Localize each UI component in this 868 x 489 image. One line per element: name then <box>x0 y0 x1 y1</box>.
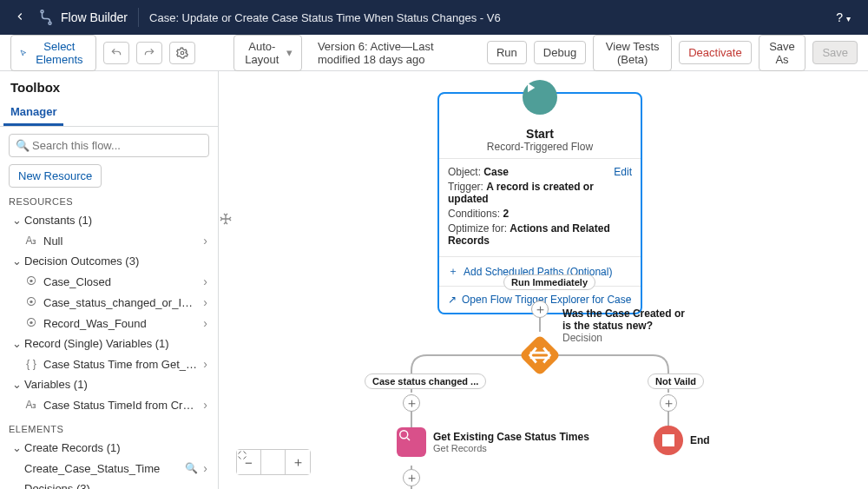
edit-link[interactable]: Edit <box>614 166 632 178</box>
zoom-controls: − ＋ <box>236 449 311 475</box>
header-divider <box>138 8 139 27</box>
tab-manager[interactable]: Manager <box>3 98 63 126</box>
search-input[interactable] <box>9 134 209 157</box>
resources-heading: RESOURCES <box>9 196 209 207</box>
resource-null[interactable]: A₃Null› <box>23 230 209 251</box>
svg-point-1 <box>49 22 51 24</box>
flow-icon <box>38 10 54 25</box>
redo-icon <box>143 47 155 59</box>
add-element-button[interactable]: ＋ <box>660 394 677 412</box>
group-decision-outcomes[interactable]: ⌄Decision Outcomes (3) <box>9 251 209 271</box>
group-variables[interactable]: ⌄Variables (1) <box>9 374 209 394</box>
branch-right-label: Not Vaild <box>648 373 704 389</box>
elements-heading: ELEMENTS <box>9 424 209 434</box>
flow-canvas[interactable]: Start Record-Triggered Flow Edit Object:… <box>219 71 868 489</box>
product-name: Flow Builder <box>61 10 128 24</box>
recordvar-case-status-time[interactable]: { }Case Status Time from Get_Existi...› <box>23 354 209 374</box>
decision-icon <box>525 340 555 370</box>
select-elements-button[interactable]: Select Elements <box>10 35 96 71</box>
toolbox-title: Toolbox <box>0 71 218 98</box>
cursor-icon <box>219 212 233 226</box>
run-immediately-label: Run Immediately <box>503 274 595 290</box>
element-create-case-status-time[interactable]: Create_Case_Status_Time🔍› <box>23 458 209 479</box>
new-resource-button[interactable]: New Resource <box>9 164 102 188</box>
layout-mode-select[interactable]: Auto-Layout ▾ <box>233 35 302 71</box>
plus-icon: ＋ <box>448 264 458 279</box>
app-header: Flow Builder Case: Update or Create Case… <box>0 0 868 35</box>
run-button[interactable]: Run <box>487 41 527 64</box>
add-element-button[interactable]: ＋ <box>403 469 420 486</box>
search-records-icon <box>397 427 412 443</box>
svg-point-3 <box>400 431 408 439</box>
end-node[interactable]: End <box>654 426 710 455</box>
outcome-case-status-changed[interactable]: ⦿Case_status_changed_or_ISNEW› <box>23 292 209 313</box>
gear-icon <box>176 47 188 59</box>
get-records-node[interactable]: Get Existing Case Status Times Get Recor… <box>397 427 589 457</box>
group-create-records[interactable]: ⌄Create Records (1) <box>9 438 209 458</box>
locate-icon[interactable]: 🔍 <box>180 462 198 474</box>
start-title: Start <box>446 127 634 141</box>
decision-caption: Was the Case Created or is the status ne… <box>562 307 693 344</box>
variable-case-status-timeid[interactable]: A₃Case Status TimeId from Create_...› <box>23 394 209 415</box>
undo-button[interactable] <box>103 42 129 64</box>
toolbox-panel: Toolbox Manager 🔍 New Resource RESOURCES… <box>0 71 219 489</box>
version-status: Version 6: Active—Last modified 18 days … <box>318 40 473 66</box>
deactivate-button[interactable]: Deactivate <box>679 41 751 64</box>
group-constants[interactable]: ⌄Constants (1) <box>9 210 209 230</box>
help-menu[interactable]: ? ▾ <box>827 7 859 28</box>
outcome-record-was-found[interactable]: ⦿Record_Was_Found› <box>23 313 209 334</box>
save-button: Save <box>812 41 858 64</box>
group-record-vars[interactable]: ⌄Record (Single) Variables (1) <box>9 334 209 354</box>
external-link-icon: ↗ <box>448 294 457 306</box>
save-as-button[interactable]: Save As <box>759 35 806 71</box>
zoom-in-button[interactable]: ＋ <box>286 450 310 474</box>
stop-icon <box>662 434 674 446</box>
toolbox-tabs: Manager <box>0 98 218 127</box>
settings-button[interactable] <box>169 42 195 64</box>
view-tests-button[interactable]: View Tests (Beta) <box>593 35 672 71</box>
redo-button[interactable] <box>136 42 162 64</box>
outcome-case-closed[interactable]: ⦿Case_Closed› <box>23 271 209 292</box>
svg-point-0 <box>41 10 43 13</box>
start-details: Edit Object: Case Trigger: A record is c… <box>439 158 641 256</box>
action-bar: Select Elements Auto-Layout ▾ Version 6:… <box>0 35 868 71</box>
group-decisions[interactable]: ⌄Decisions (3) <box>9 479 209 489</box>
back-button[interactable] <box>9 5 31 30</box>
branch-left-label: Case status changed ... <box>365 373 486 389</box>
product-brand: Flow Builder <box>38 10 128 25</box>
fit-icon <box>237 450 247 460</box>
flow-title: Case: Update or Create Case Status Time … <box>149 11 501 24</box>
cursor-icon <box>20 48 27 58</box>
search-icon: 🔍 <box>16 139 30 152</box>
add-element-button[interactable]: ＋ <box>531 301 549 318</box>
decision-node[interactable] <box>519 334 561 376</box>
start-play-icon <box>523 80 557 115</box>
undo-icon <box>110 47 122 59</box>
start-subtitle: Record-Triggered Flow <box>446 141 634 153</box>
debug-button[interactable]: Debug <box>534 41 586 64</box>
svg-point-2 <box>181 51 184 55</box>
add-element-button[interactable]: ＋ <box>403 394 420 412</box>
fit-to-screen-button[interactable] <box>261 450 286 474</box>
